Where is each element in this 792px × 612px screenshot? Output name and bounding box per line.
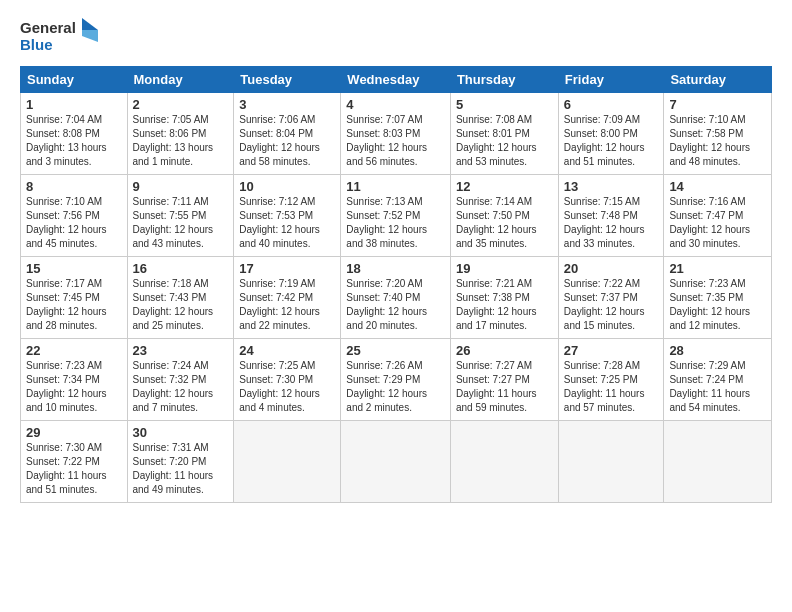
calendar-empty — [341, 421, 451, 503]
calendar-day-28: 28Sunrise: 7:29 AMSunset: 7:24 PMDayligh… — [664, 339, 772, 421]
day-number: 17 — [239, 261, 335, 276]
calendar-day-5: 5Sunrise: 7:08 AMSunset: 8:01 PMDaylight… — [450, 93, 558, 175]
calendar-day-15: 15Sunrise: 7:17 AMSunset: 7:45 PMDayligh… — [21, 257, 128, 339]
calendar-header-wednesday: Wednesday — [341, 67, 451, 93]
calendar-day-14: 14Sunrise: 7:16 AMSunset: 7:47 PMDayligh… — [664, 175, 772, 257]
calendar-header-thursday: Thursday — [450, 67, 558, 93]
day-number: 4 — [346, 97, 445, 112]
calendar-day-11: 11Sunrise: 7:13 AMSunset: 7:52 PMDayligh… — [341, 175, 451, 257]
day-number: 26 — [456, 343, 553, 358]
svg-text:Blue: Blue — [20, 36, 53, 53]
day-number: 10 — [239, 179, 335, 194]
day-info: Sunrise: 7:23 AMSunset: 7:35 PMDaylight:… — [669, 277, 766, 333]
page: GeneralBlue SundayMondayTuesdayWednesday… — [0, 0, 792, 612]
day-info: Sunrise: 7:28 AMSunset: 7:25 PMDaylight:… — [564, 359, 659, 415]
calendar-day-9: 9Sunrise: 7:11 AMSunset: 7:55 PMDaylight… — [127, 175, 234, 257]
day-number: 18 — [346, 261, 445, 276]
day-info: Sunrise: 7:20 AMSunset: 7:40 PMDaylight:… — [346, 277, 445, 333]
day-info: Sunrise: 7:11 AMSunset: 7:55 PMDaylight:… — [133, 195, 229, 251]
calendar-day-2: 2Sunrise: 7:05 AMSunset: 8:06 PMDaylight… — [127, 93, 234, 175]
calendar-day-29: 29Sunrise: 7:30 AMSunset: 7:22 PMDayligh… — [21, 421, 128, 503]
day-info: Sunrise: 7:06 AMSunset: 8:04 PMDaylight:… — [239, 113, 335, 169]
day-info: Sunrise: 7:14 AMSunset: 7:50 PMDaylight:… — [456, 195, 553, 251]
day-number: 14 — [669, 179, 766, 194]
day-number: 22 — [26, 343, 122, 358]
day-info: Sunrise: 7:18 AMSunset: 7:43 PMDaylight:… — [133, 277, 229, 333]
day-number: 12 — [456, 179, 553, 194]
day-number: 30 — [133, 425, 229, 440]
day-number: 8 — [26, 179, 122, 194]
day-number: 27 — [564, 343, 659, 358]
day-info: Sunrise: 7:27 AMSunset: 7:27 PMDaylight:… — [456, 359, 553, 415]
calendar-day-17: 17Sunrise: 7:19 AMSunset: 7:42 PMDayligh… — [234, 257, 341, 339]
calendar-day-12: 12Sunrise: 7:14 AMSunset: 7:50 PMDayligh… — [450, 175, 558, 257]
calendar-week-2: 8Sunrise: 7:10 AMSunset: 7:56 PMDaylight… — [21, 175, 772, 257]
calendar-week-3: 15Sunrise: 7:17 AMSunset: 7:45 PMDayligh… — [21, 257, 772, 339]
day-info: Sunrise: 7:31 AMSunset: 7:20 PMDaylight:… — [133, 441, 229, 497]
day-number: 25 — [346, 343, 445, 358]
day-info: Sunrise: 7:22 AMSunset: 7:37 PMDaylight:… — [564, 277, 659, 333]
day-info: Sunrise: 7:07 AMSunset: 8:03 PMDaylight:… — [346, 113, 445, 169]
calendar-week-1: 1Sunrise: 7:04 AMSunset: 8:08 PMDaylight… — [21, 93, 772, 175]
calendar-header-monday: Monday — [127, 67, 234, 93]
day-info: Sunrise: 7:19 AMSunset: 7:42 PMDaylight:… — [239, 277, 335, 333]
day-info: Sunrise: 7:13 AMSunset: 7:52 PMDaylight:… — [346, 195, 445, 251]
day-info: Sunrise: 7:26 AMSunset: 7:29 PMDaylight:… — [346, 359, 445, 415]
day-number: 24 — [239, 343, 335, 358]
day-info: Sunrise: 7:08 AMSunset: 8:01 PMDaylight:… — [456, 113, 553, 169]
calendar-day-16: 16Sunrise: 7:18 AMSunset: 7:43 PMDayligh… — [127, 257, 234, 339]
calendar-header-sunday: Sunday — [21, 67, 128, 93]
calendar-day-27: 27Sunrise: 7:28 AMSunset: 7:25 PMDayligh… — [558, 339, 664, 421]
calendar-week-5: 29Sunrise: 7:30 AMSunset: 7:22 PMDayligh… — [21, 421, 772, 503]
day-info: Sunrise: 7:16 AMSunset: 7:47 PMDaylight:… — [669, 195, 766, 251]
logo: GeneralBlue — [20, 16, 100, 56]
svg-text:General: General — [20, 19, 76, 36]
calendar-day-30: 30Sunrise: 7:31 AMSunset: 7:20 PMDayligh… — [127, 421, 234, 503]
day-info: Sunrise: 7:10 AMSunset: 7:56 PMDaylight:… — [26, 195, 122, 251]
calendar-day-20: 20Sunrise: 7:22 AMSunset: 7:37 PMDayligh… — [558, 257, 664, 339]
day-number: 15 — [26, 261, 122, 276]
calendar-day-25: 25Sunrise: 7:26 AMSunset: 7:29 PMDayligh… — [341, 339, 451, 421]
day-number: 7 — [669, 97, 766, 112]
day-number: 9 — [133, 179, 229, 194]
calendar-empty — [558, 421, 664, 503]
day-info: Sunrise: 7:10 AMSunset: 7:58 PMDaylight:… — [669, 113, 766, 169]
header: GeneralBlue — [20, 16, 772, 56]
calendar-header-friday: Friday — [558, 67, 664, 93]
day-number: 21 — [669, 261, 766, 276]
calendar-day-18: 18Sunrise: 7:20 AMSunset: 7:40 PMDayligh… — [341, 257, 451, 339]
calendar-day-4: 4Sunrise: 7:07 AMSunset: 8:03 PMDaylight… — [341, 93, 451, 175]
day-info: Sunrise: 7:15 AMSunset: 7:48 PMDaylight:… — [564, 195, 659, 251]
day-number: 5 — [456, 97, 553, 112]
calendar-header-saturday: Saturday — [664, 67, 772, 93]
calendar-day-8: 8Sunrise: 7:10 AMSunset: 7:56 PMDaylight… — [21, 175, 128, 257]
day-info: Sunrise: 7:04 AMSunset: 8:08 PMDaylight:… — [26, 113, 122, 169]
day-number: 20 — [564, 261, 659, 276]
svg-marker-3 — [82, 30, 98, 42]
day-number: 6 — [564, 97, 659, 112]
day-info: Sunrise: 7:12 AMSunset: 7:53 PMDaylight:… — [239, 195, 335, 251]
day-info: Sunrise: 7:23 AMSunset: 7:34 PMDaylight:… — [26, 359, 122, 415]
day-info: Sunrise: 7:24 AMSunset: 7:32 PMDaylight:… — [133, 359, 229, 415]
day-info: Sunrise: 7:25 AMSunset: 7:30 PMDaylight:… — [239, 359, 335, 415]
day-number: 28 — [669, 343, 766, 358]
day-number: 1 — [26, 97, 122, 112]
day-number: 11 — [346, 179, 445, 194]
day-info: Sunrise: 7:09 AMSunset: 8:00 PMDaylight:… — [564, 113, 659, 169]
day-number: 16 — [133, 261, 229, 276]
day-number: 3 — [239, 97, 335, 112]
calendar-week-4: 22Sunrise: 7:23 AMSunset: 7:34 PMDayligh… — [21, 339, 772, 421]
day-number: 2 — [133, 97, 229, 112]
day-info: Sunrise: 7:21 AMSunset: 7:38 PMDaylight:… — [456, 277, 553, 333]
calendar-empty — [450, 421, 558, 503]
calendar-empty — [664, 421, 772, 503]
calendar-header-tuesday: Tuesday — [234, 67, 341, 93]
day-info: Sunrise: 7:29 AMSunset: 7:24 PMDaylight:… — [669, 359, 766, 415]
calendar-header-row: SundayMondayTuesdayWednesdayThursdayFrid… — [21, 67, 772, 93]
calendar-day-10: 10Sunrise: 7:12 AMSunset: 7:53 PMDayligh… — [234, 175, 341, 257]
calendar-day-6: 6Sunrise: 7:09 AMSunset: 8:00 PMDaylight… — [558, 93, 664, 175]
day-info: Sunrise: 7:30 AMSunset: 7:22 PMDaylight:… — [26, 441, 122, 497]
calendar-day-13: 13Sunrise: 7:15 AMSunset: 7:48 PMDayligh… — [558, 175, 664, 257]
calendar-day-22: 22Sunrise: 7:23 AMSunset: 7:34 PMDayligh… — [21, 339, 128, 421]
calendar-day-24: 24Sunrise: 7:25 AMSunset: 7:30 PMDayligh… — [234, 339, 341, 421]
